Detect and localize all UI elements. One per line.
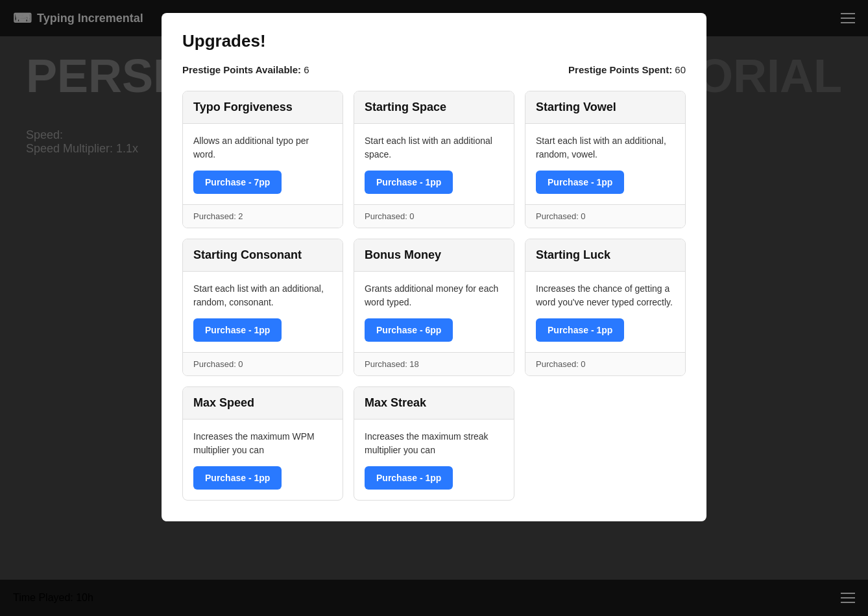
upgrade-description-bonus-money: Grants additional money for each word ty… <box>365 282 503 309</box>
upgrade-footer-starting-vowel: Purchased: 0 <box>525 204 685 228</box>
upgrade-footer-typo-forgiveness: Purchased: 2 <box>183 204 343 228</box>
upgrade-body-starting-space: Start each list with an additional space… <box>354 124 514 204</box>
upgrade-title-max-speed: Max Speed <box>193 396 332 410</box>
upgrade-card-typo-forgiveness: Typo ForgivenessAllows an additional typ… <box>182 91 343 228</box>
upgrade-header-bonus-money: Bonus Money <box>354 239 514 272</box>
upgrade-title-starting-space: Starting Space <box>365 101 503 114</box>
purchase-button-typo-forgiveness[interactable]: Purchase - 7pp <box>193 171 282 194</box>
upgrade-card-starting-vowel: Starting VowelStart each list with an ad… <box>525 91 686 228</box>
upgrade-body-max-streak: Increases the maximum streak multiplier … <box>354 420 514 500</box>
upgrade-body-starting-consonant: Start each list with an additional, rand… <box>183 272 343 352</box>
upgrade-title-typo-forgiveness: Typo Forgiveness <box>193 101 332 114</box>
upgrade-header-starting-vowel: Starting Vowel <box>525 91 685 124</box>
upgrade-footer-starting-luck: Purchased: 0 <box>525 352 685 375</box>
upgrade-title-starting-consonant: Starting Consonant <box>193 248 332 262</box>
upgrade-body-starting-luck: Increases the chance of getting a word y… <box>525 272 685 352</box>
upgrade-header-max-streak: Max Streak <box>354 387 514 420</box>
upgrades-modal: Upgrades! Prestige Points Available: 6 P… <box>162 13 706 521</box>
upgrade-card-starting-consonant: Starting ConsonantStart each list with a… <box>182 239 343 376</box>
prestige-available-value: 6 <box>304 64 309 75</box>
upgrade-footer-bonus-money: Purchased: 18 <box>354 352 514 375</box>
purchase-button-max-speed[interactable]: Purchase - 1pp <box>193 466 282 490</box>
upgrade-card-starting-space: Starting SpaceStart each list with an ad… <box>354 91 514 228</box>
upgrade-body-typo-forgiveness: Allows an additional typo per word.Purch… <box>183 124 343 204</box>
purchase-button-starting-space[interactable]: Purchase - 1pp <box>365 171 453 194</box>
upgrade-header-starting-consonant: Starting Consonant <box>183 239 343 272</box>
upgrade-header-typo-forgiveness: Typo Forgiveness <box>183 91 343 124</box>
upgrade-title-starting-vowel: Starting Vowel <box>536 101 675 114</box>
upgrade-card-max-streak: Max StreakIncreases the maximum streak m… <box>354 386 514 501</box>
upgrade-title-max-streak: Max Streak <box>365 396 503 410</box>
upgrade-title-bonus-money: Bonus Money <box>365 248 503 262</box>
upgrade-card-max-speed: Max SpeedIncreases the maximum WPM multi… <box>182 386 343 501</box>
prestige-spent-label: Prestige Points Spent: <box>568 64 672 75</box>
modal-overlay: Upgrades! Prestige Points Available: 6 P… <box>0 0 868 616</box>
upgrade-body-bonus-money: Grants additional money for each word ty… <box>354 272 514 352</box>
upgrade-body-max-speed: Increases the maximum WPM multiplier you… <box>183 420 343 500</box>
upgrade-title-starting-luck: Starting Luck <box>536 248 675 262</box>
modal-title: Upgrades! <box>182 31 686 51</box>
upgrade-description-starting-luck: Increases the chance of getting a word y… <box>536 282 675 309</box>
purchase-button-starting-luck[interactable]: Purchase - 1pp <box>536 318 624 342</box>
prestige-spent: Prestige Points Spent: 60 <box>568 64 686 75</box>
upgrade-description-typo-forgiveness: Allows an additional typo per word. <box>193 134 332 161</box>
upgrade-footer-starting-consonant: Purchased: 0 <box>183 352 343 375</box>
upgrade-header-starting-luck: Starting Luck <box>525 239 685 272</box>
purchase-button-starting-consonant[interactable]: Purchase - 1pp <box>193 318 282 342</box>
prestige-available: Prestige Points Available: 6 <box>182 64 309 75</box>
prestige-spent-value: 60 <box>675 64 686 75</box>
upgrade-header-max-speed: Max Speed <box>183 387 343 420</box>
upgrade-description-starting-space: Start each list with an additional space… <box>365 134 503 161</box>
upgrade-header-starting-space: Starting Space <box>354 91 514 124</box>
prestige-available-label: Prestige Points Available: <box>182 64 301 75</box>
purchase-button-max-streak[interactable]: Purchase - 1pp <box>365 466 453 490</box>
prestige-row: Prestige Points Available: 6 Prestige Po… <box>182 64 686 75</box>
upgrade-description-max-speed: Increases the maximum WPM multiplier you… <box>193 430 332 457</box>
purchase-button-starting-vowel[interactable]: Purchase - 1pp <box>536 171 624 194</box>
upgrades-grid: Typo ForgivenessAllows an additional typ… <box>182 91 686 501</box>
upgrade-description-starting-vowel: Start each list with an additional, rand… <box>536 134 675 161</box>
upgrade-card-bonus-money: Bonus MoneyGrants additional money for e… <box>354 239 514 376</box>
upgrade-footer-starting-space: Purchased: 0 <box>354 204 514 228</box>
upgrade-description-starting-consonant: Start each list with an additional, rand… <box>193 282 332 309</box>
upgrade-card-starting-luck: Starting LuckIncreases the chance of get… <box>525 239 686 376</box>
upgrade-body-starting-vowel: Start each list with an additional, rand… <box>525 124 685 204</box>
purchase-button-bonus-money[interactable]: Purchase - 6pp <box>365 318 453 342</box>
upgrade-description-max-streak: Increases the maximum streak multiplier … <box>365 430 503 457</box>
